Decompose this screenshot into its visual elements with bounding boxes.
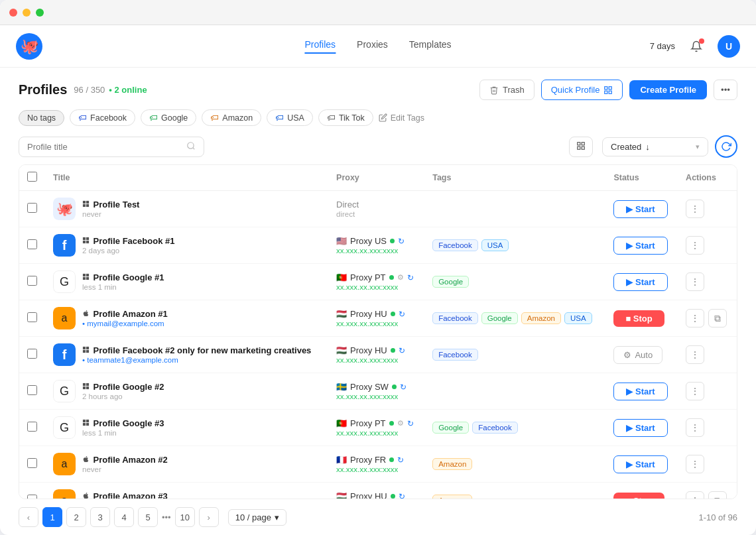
sort-direction: ↓ xyxy=(645,142,650,152)
page-prev-button[interactable]: ‹ xyxy=(19,507,38,527)
page-btn-3[interactable]: 3 xyxy=(90,507,110,527)
row-more-button[interactable]: ⋮ xyxy=(686,236,704,255)
trash-label: Trash xyxy=(503,85,525,95)
refresh-button[interactable] xyxy=(715,135,737,158)
profile-sub: 2 days ago xyxy=(82,247,174,255)
status-cell: ▶ Start xyxy=(605,373,678,410)
notification-button[interactable] xyxy=(686,36,707,57)
row-checkbox[interactable] xyxy=(27,385,37,395)
minimize-button[interactable] xyxy=(23,9,31,17)
proxy-reload-icon[interactable]: ↻ xyxy=(399,310,405,319)
proxy-label: Proxy HU xyxy=(350,345,387,355)
trash-button[interactable]: Trash xyxy=(479,80,535,100)
svg-rect-17 xyxy=(86,237,89,240)
start-button[interactable]: ▶ Start xyxy=(613,419,667,437)
start-button[interactable]: ▶ Start xyxy=(613,455,667,473)
edit-tags-button[interactable]: Edit Tags xyxy=(379,113,424,123)
stop-button[interactable]: ■ Stop xyxy=(613,493,664,500)
start-button[interactable]: ▶ Start xyxy=(613,237,667,255)
header-more-button[interactable]: ••• xyxy=(714,80,737,100)
sort-select[interactable]: Created ↓ ▾ xyxy=(602,137,708,156)
row-more-button[interactable]: ⋮ xyxy=(686,309,704,327)
page-btn-1[interactable]: 1 xyxy=(42,507,62,527)
close-button[interactable] xyxy=(9,9,17,17)
row-more-button[interactable]: ⋮ xyxy=(686,382,704,400)
row-more-button[interactable]: ⋮ xyxy=(686,455,704,473)
tags-cell: FacebookGoogleAmazonUSA xyxy=(424,300,605,337)
row-more-button[interactable]: ⋮ xyxy=(686,345,704,364)
page-btn-2[interactable]: 2 xyxy=(66,507,86,527)
toolbar: Created ↓ ▾ xyxy=(19,135,737,158)
start-button[interactable]: ▶ Start xyxy=(613,383,667,400)
row-checkbox[interactable] xyxy=(27,203,37,213)
proxy-name: 🇸🇪 Proxy SW ↻ xyxy=(336,382,416,392)
row-copy-button[interactable]: ⧉ xyxy=(708,491,727,499)
auto-button[interactable]: ⚙ Auto xyxy=(613,346,662,364)
page-btn-5[interactable]: 5 xyxy=(138,507,158,527)
row-checkbox[interactable] xyxy=(27,422,37,432)
tag-facebook[interactable]: 🏷 Facebook xyxy=(70,109,135,126)
nav-templates[interactable]: Templates xyxy=(409,39,452,54)
titlebar xyxy=(0,0,756,25)
proxy-flag: 🇵🇹 xyxy=(336,272,347,282)
page-next-button[interactable]: › xyxy=(199,507,219,527)
tag-google[interactable]: 🏷 Google xyxy=(141,109,196,126)
tag-usa[interactable]: 🏷 USA xyxy=(267,109,313,126)
proxy-reload-icon[interactable]: ↻ xyxy=(398,237,405,246)
quick-profile-button[interactable]: Quick Profile xyxy=(541,80,623,100)
tag-no-tags[interactable]: No tags xyxy=(19,110,64,126)
select-all-checkbox[interactable] xyxy=(27,172,37,182)
row-checkbox[interactable] xyxy=(27,239,37,249)
nav-proxies[interactable]: Proxies xyxy=(357,39,388,54)
row-copy-button[interactable]: ⧉ xyxy=(708,309,727,327)
row-checkbox[interactable] xyxy=(27,276,37,286)
proxy-reload-icon[interactable]: ↻ xyxy=(407,273,414,282)
page-btn-4[interactable]: 4 xyxy=(114,507,134,527)
row-more-button[interactable]: ⋮ xyxy=(686,272,704,291)
tag-amazon[interactable]: 🏷 Amazon xyxy=(202,109,261,126)
proxy-cell: 🇭🇺 Proxy HU ↻ xx.xxx.xx.xxx:xxxx xyxy=(328,483,424,500)
nav-profiles[interactable]: Profiles xyxy=(304,39,336,54)
table-row: f Profile Facebook #2 only for new marke… xyxy=(19,337,737,373)
row-checkbox[interactable] xyxy=(27,495,37,499)
svg-rect-21 xyxy=(86,274,89,276)
row-checkbox[interactable] xyxy=(27,458,37,468)
proxy-settings-icon[interactable]: ⚙ xyxy=(397,273,404,282)
proxy-flag: 🇫🇷 xyxy=(336,455,347,465)
stop-button[interactable]: ■ Stop xyxy=(613,310,664,327)
view-toggle-button[interactable] xyxy=(569,137,593,157)
start-button[interactable]: ▶ Start xyxy=(613,273,667,291)
page-btn-10[interactable]: 10 xyxy=(175,507,195,527)
row-checkbox-cell xyxy=(19,300,45,337)
profile-icon: G xyxy=(53,380,76,402)
profile-name: Profile Google #3 xyxy=(82,418,164,428)
start-button[interactable]: ▶ Start xyxy=(613,200,667,218)
page-size-select[interactable]: 10 / page ▾ xyxy=(228,509,286,526)
avatar[interactable]: U xyxy=(718,35,740,58)
maximize-button[interactable] xyxy=(36,9,44,17)
table-row: a Profile Amazon #3 • mymail@example.com… xyxy=(19,483,737,500)
sort-label: Created xyxy=(611,142,641,152)
create-profile-button[interactable]: Create Profile xyxy=(629,80,707,99)
tag-badge: Amazon xyxy=(432,495,472,499)
proxy-reload-icon[interactable]: ↻ xyxy=(399,492,405,500)
row-checkbox-cell xyxy=(19,337,45,373)
row-checkbox[interactable] xyxy=(27,312,37,322)
search-box xyxy=(19,137,204,157)
proxy-reload-icon[interactable]: ↻ xyxy=(397,455,404,465)
proxy-settings-icon[interactable]: ⚙ xyxy=(397,419,404,428)
row-checkbox[interactable] xyxy=(27,349,37,359)
profile-icon: a xyxy=(53,489,76,499)
proxy-reload-icon[interactable]: ↻ xyxy=(399,346,405,355)
search-input[interactable] xyxy=(27,142,184,152)
proxy-addr: xx.xxx.xx.xxx:xxxx xyxy=(336,392,416,400)
svg-rect-27 xyxy=(86,350,89,353)
proxy-reload-icon[interactable]: ↻ xyxy=(400,383,407,392)
row-more-button[interactable]: ⋮ xyxy=(686,418,704,437)
proxy-reload-icon[interactable]: ↻ xyxy=(407,419,414,428)
row-more-button[interactable]: ⋮ xyxy=(686,491,704,499)
status-cell: ▶ Start xyxy=(605,191,678,227)
tag-tiktok[interactable]: 🏷 Tik Tok xyxy=(318,109,373,126)
row-more-button[interactable]: ⋮ xyxy=(686,200,704,218)
proxy-flag: 🇺🇸 xyxy=(336,236,347,246)
